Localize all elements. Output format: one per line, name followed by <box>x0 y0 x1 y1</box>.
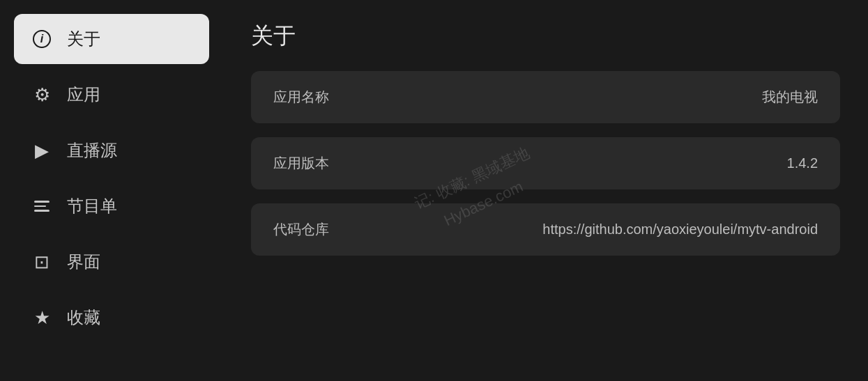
sidebar-item-epg-label: 节目单 <box>67 195 117 217</box>
tv-icon: ▶ <box>31 139 53 162</box>
repo-value: https://github.com/yaoxieyoulei/mytv-and… <box>542 221 818 238</box>
sidebar-item-favorites[interactable]: ★ 收藏 <box>14 293 209 343</box>
sidebar-item-about[interactable]: i 关于 <box>14 14 209 64</box>
app-version-value: 1.4.2 <box>787 155 818 171</box>
app-version-card: 应用版本 1.4.2 <box>251 137 840 189</box>
sidebar-item-apps[interactable]: ⚙ 应用 <box>14 70 209 120</box>
info-icon: i <box>31 28 53 50</box>
app-version-label: 应用版本 <box>273 154 329 173</box>
sidebar-item-apps-label: 应用 <box>67 84 100 106</box>
sidebar-item-ui[interactable]: ⊡ 界面 <box>14 237 209 287</box>
app-name-value: 我的电视 <box>762 88 818 107</box>
sidebar-item-epg[interactable]: 节目单 <box>14 181 209 231</box>
repo-card: 代码仓库 https://github.com/yaoxieyoulei/myt… <box>251 203 840 256</box>
main-content: 关于 应用名称 我的电视 应用版本 1.4.2 代码仓库 https://git… <box>223 0 868 381</box>
sidebar-item-live-label: 直播源 <box>67 139 117 162</box>
app-name-card: 应用名称 我的电视 <box>251 71 840 123</box>
sidebar-item-live[interactable]: ▶ 直播源 <box>14 125 209 176</box>
sidebar-item-favorites-label: 收藏 <box>67 306 100 329</box>
sidebar-item-ui-label: 界面 <box>67 251 100 273</box>
gear-icon: ⚙ <box>31 84 53 106</box>
screen-icon: ⊡ <box>31 251 53 273</box>
repo-label: 代码仓库 <box>273 220 329 239</box>
star-icon: ★ <box>31 306 53 329</box>
page-title: 关于 <box>251 21 840 52</box>
app-name-label: 应用名称 <box>273 88 329 107</box>
menu-icon <box>31 195 53 217</box>
sidebar-item-about-label: 关于 <box>67 28 100 50</box>
sidebar: i 关于 ⚙ 应用 ▶ 直播源 节目单 ⊡ 界面 ★ 收藏 <box>0 0 223 381</box>
